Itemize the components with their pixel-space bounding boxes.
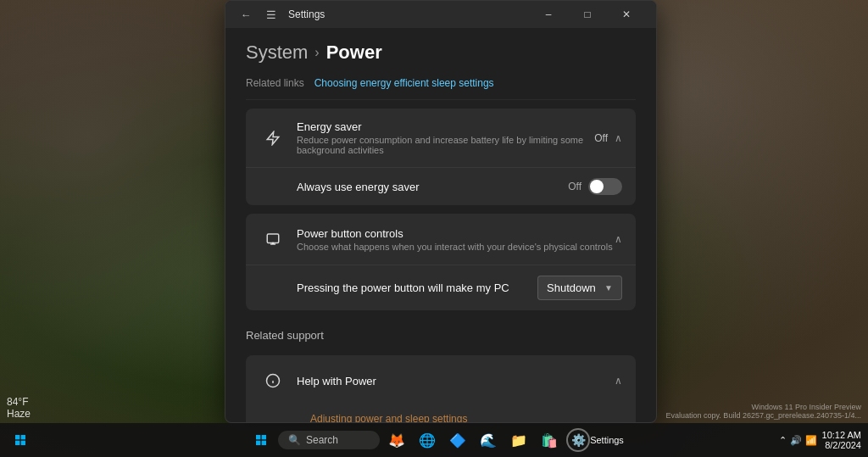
always-use-label: Always use energy saver xyxy=(297,181,568,193)
tray-speaker[interactable]: 🔊 xyxy=(790,435,802,446)
search-icon: 🔍 xyxy=(288,434,301,446)
title-bar: ← ☰ Settings – □ ✕ xyxy=(225,1,656,28)
back-button[interactable]: ← xyxy=(236,4,256,25)
svg-rect-13 xyxy=(256,435,260,439)
power-button-desc: Choose what happens when you interact wi… xyxy=(297,242,615,252)
temp-widget: 84°F Haze xyxy=(7,396,31,420)
taskbar-icon-store[interactable]: 🛍️ xyxy=(536,426,563,454)
svg-rect-10 xyxy=(21,435,25,439)
watermark-line1: Windows 11 Pro Insider Preview xyxy=(666,403,862,411)
energy-saver-title: Energy saver xyxy=(297,120,594,133)
window-title: Settings xyxy=(288,8,522,20)
taskbar-right: ⌃ 🔊 📶 10:12 AM 8/2/2024 xyxy=(772,430,868,450)
svg-rect-14 xyxy=(262,435,266,439)
breadcrumb-arrow: › xyxy=(314,45,319,60)
dropdown-value: Shutdown xyxy=(547,281,596,294)
related-support: Related support Help with Power xyxy=(246,319,636,422)
power-button-title: Power button controls xyxy=(297,227,615,240)
svg-rect-16 xyxy=(262,441,266,445)
svg-rect-15 xyxy=(256,441,260,445)
help-links: Adjusting power and sleep settings Lock … xyxy=(246,406,636,422)
search-bar[interactable]: 🔍 Search xyxy=(278,431,380,449)
taskbar-icon-explorer[interactable]: 📁 xyxy=(505,426,532,454)
help-section-controls: ∧ xyxy=(615,375,622,387)
system-tray: ⌃ 🔊 📶 xyxy=(779,435,817,446)
date-display: 8/2/2024 xyxy=(822,440,861,450)
help-link-1[interactable]: Adjusting power and sleep settings xyxy=(297,410,636,422)
svg-rect-11 xyxy=(15,441,19,445)
power-button-chevron: ∧ xyxy=(615,233,622,245)
taskbar-icon-widget[interactable]: 🦊 xyxy=(383,426,410,454)
power-button-text: Power button controls Choose what happen… xyxy=(297,227,615,252)
breadcrumb: System › Power xyxy=(246,28,636,70)
start-button-center[interactable] xyxy=(248,426,275,454)
help-with-power-text: Help with Power xyxy=(297,375,615,387)
tray-network[interactable]: 📶 xyxy=(805,435,817,446)
taskbar-icon-settings-label[interactable]: Settings xyxy=(593,426,620,454)
tray-arrow[interactable]: ⌃ xyxy=(779,435,787,446)
power-button-header[interactable]: Power button controls Choose what happen… xyxy=(246,214,636,265)
breadcrumb-current: Power xyxy=(326,42,382,64)
taskbar-settings-button[interactable]: ⚙️ xyxy=(566,428,590,452)
related-support-title: Related support xyxy=(246,319,636,347)
related-links-link[interactable]: Choosing energy efficient sleep settings xyxy=(314,77,494,89)
breadcrumb-system[interactable]: System xyxy=(246,42,308,64)
related-links-label: Related links xyxy=(246,77,304,89)
help-with-power-section: Help with Power ∧ Adjusting power and sl… xyxy=(246,355,636,422)
power-button-row-label: Pressing the power button will make my P… xyxy=(297,281,537,294)
taskbar: 🔍 Search 🦊 🌐 🔷 🌊 📁 🛍️ ⚙️ Settings ⌃ 🔊 📶 … xyxy=(0,423,868,457)
energy-saver-controls: Off ∧ xyxy=(594,132,622,144)
energy-saver-toggle[interactable] xyxy=(588,178,622,195)
taskbar-left xyxy=(0,426,41,454)
energy-saver-icon xyxy=(259,125,287,152)
energy-saver-section: Energy saver Reduce power consumption an… xyxy=(246,109,636,205)
energy-saver-desc: Reduce power consumption and increase ba… xyxy=(297,135,594,155)
close-button[interactable]: ✕ xyxy=(607,1,646,28)
energy-saver-chevron: ∧ xyxy=(615,132,622,144)
temp-value: 84°F xyxy=(7,396,31,408)
search-label: Search xyxy=(306,434,338,446)
power-button-section: Power button controls Choose what happen… xyxy=(246,214,636,310)
settings-content: System › Power Related links Choosing en… xyxy=(225,28,656,422)
settings-window: ← ☰ Settings – □ ✕ System › Power Relate… xyxy=(225,0,657,423)
power-button-row: Pressing the power button will make my P… xyxy=(246,265,636,310)
menu-button[interactable]: ☰ xyxy=(261,4,281,25)
energy-saver-text: Energy saver Reduce power consumption an… xyxy=(297,120,594,155)
watermark: Windows 11 Pro Insider Preview Evaluatio… xyxy=(666,403,862,420)
help-icon xyxy=(259,367,287,394)
shutdown-dropdown[interactable]: Shutdown ▼ xyxy=(537,276,622,300)
power-button-controls: ∧ xyxy=(615,233,622,245)
svg-rect-12 xyxy=(21,441,25,445)
dropdown-chevron-icon: ▼ xyxy=(604,283,613,293)
temp-condition: Haze xyxy=(7,408,31,420)
taskbar-center: 🔍 Search 🦊 🌐 🔷 🌊 📁 🛍️ ⚙️ Settings xyxy=(248,426,620,454)
power-button-icon xyxy=(259,226,287,253)
watermark-line2: Evaluation copy. Build 26257.gc_prerelea… xyxy=(666,411,862,420)
taskbar-icon-edge[interactable]: 🌊 xyxy=(475,426,502,454)
energy-saver-row: Always use energy saver Off xyxy=(246,167,636,205)
desktop: ← ☰ Settings – □ ✕ System › Power Relate… xyxy=(0,0,868,457)
window-controls: – □ ✕ xyxy=(529,1,646,28)
title-bar-controls: ← ☰ xyxy=(236,4,281,25)
minimize-button[interactable]: – xyxy=(529,1,568,28)
related-links-section: Related links Choosing energy efficient … xyxy=(246,70,636,100)
toggle-state-label: Off xyxy=(568,181,581,192)
help-with-power-title: Help with Power xyxy=(297,375,615,387)
time-display: 10:12 AM xyxy=(822,430,861,440)
svg-rect-0 xyxy=(267,234,279,243)
help-with-power-header[interactable]: Help with Power ∧ xyxy=(246,355,636,406)
taskbar-icon-browser[interactable]: 🌐 xyxy=(414,426,441,454)
start-button[interactable] xyxy=(7,426,34,454)
taskbar-icon-apps[interactable]: 🔷 xyxy=(444,426,471,454)
help-chevron: ∧ xyxy=(615,375,622,387)
toggle-container: Off xyxy=(568,178,622,195)
maximize-button[interactable]: □ xyxy=(568,1,607,28)
energy-saver-header[interactable]: Energy saver Reduce power consumption an… xyxy=(246,109,636,167)
energy-saver-status: Off xyxy=(594,132,608,144)
svg-rect-9 xyxy=(15,435,19,439)
time-info[interactable]: 10:12 AM 8/2/2024 xyxy=(822,430,861,450)
